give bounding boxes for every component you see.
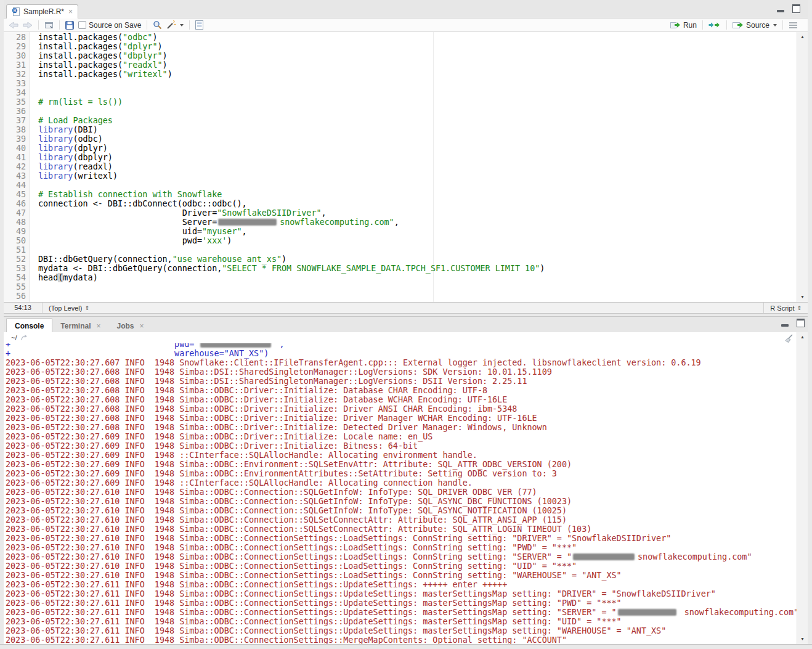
line-number: 40	[4, 144, 30, 153]
redaction-blur	[218, 219, 277, 226]
code-line-33[interactable]: 33	[4, 79, 797, 88]
code-line-30[interactable]: 30install.packages("dbplyr")	[4, 51, 797, 60]
chevron-down-icon[interactable]	[773, 24, 777, 27]
console-log-line: 2023-06-05T22:30:27.610 INFO 1948 Simba:…	[6, 488, 797, 497]
line-number: 36	[4, 107, 30, 116]
console-log-line: 2023-06-05T22:30:27.611 INFO 1948 Simba:…	[6, 617, 797, 626]
tab-console[interactable]: Console	[6, 318, 52, 333]
line-number: 38	[4, 125, 30, 134]
line-number: 29	[4, 42, 30, 51]
editor-statusbar: 54:13 (Top Level) ⇕ R Script ⇕	[4, 302, 808, 314]
maximize-pane-icon[interactable]	[797, 319, 805, 327]
console-log-line: 2023-06-05T22:30:27.611 INFO 1948 Simba:…	[6, 589, 797, 598]
code-line-36[interactable]: 36	[4, 107, 797, 116]
console-log-line: 2023-06-05T22:30:27.611 INFO 1948 Simba:…	[6, 608, 797, 617]
console-output[interactable]: + pwd="",+ warehouse="ANT_XS")2023-06-05…	[4, 343, 797, 644]
scope-selector[interactable]: (Top Level) ⇕	[43, 304, 89, 312]
code-line-32[interactable]: 32install.packages("writexl")	[4, 70, 797, 79]
code-line-28[interactable]: 28install.packages("odbc")	[4, 33, 797, 42]
console-input-line: + pwd="",	[6, 343, 797, 349]
tab-terminal[interactable]: Terminal ×	[52, 319, 108, 333]
code-line-43[interactable]: 43library(writexl)	[4, 171, 797, 181]
console-partial-line: + pwd="",	[6, 343, 797, 349]
console-scrollbar[interactable]: ▲ ▼	[797, 332, 808, 644]
line-number: 28	[4, 33, 30, 42]
scroll-up-icon[interactable]: ▲	[797, 34, 808, 40]
goto-directory-icon[interactable]	[20, 335, 29, 341]
run-button[interactable]: Run	[670, 21, 697, 30]
code-line-29[interactable]: 29install.packages("dplyr")	[4, 42, 797, 51]
code-tools-button[interactable]	[166, 20, 184, 30]
tab-sampler-r[interactable]: R SampleR.R* ×	[6, 4, 78, 18]
source-editor[interactable]: 28install.packages("odbc")29install.pack…	[4, 32, 808, 302]
code-line-47[interactable]: 47 Driver="SnowflakeDSIIDriver",	[4, 208, 797, 218]
chevron-down-icon[interactable]	[180, 24, 184, 27]
save-icon[interactable]	[65, 21, 74, 30]
code-line-42[interactable]: 42library(readxl)	[4, 162, 797, 171]
code-line-37[interactable]: 37# Load Packages	[4, 116, 797, 125]
code-line-48[interactable]: 48 Server=snowflakecomputing.com",	[4, 218, 797, 227]
cursor-position: 54:13	[4, 303, 43, 313]
working-directory[interactable]: ~/	[11, 334, 17, 341]
source-tabbar: R SampleR.R* ×	[4, 0, 808, 18]
close-icon[interactable]: ×	[140, 322, 144, 330]
tab-title: SampleR.R*	[23, 7, 64, 16]
forward-icon[interactable]	[23, 22, 33, 29]
source-button[interactable]: Source	[733, 21, 777, 30]
minimize-pane-icon[interactable]	[777, 6, 785, 13]
open-in-new-window-icon[interactable]	[44, 21, 54, 29]
close-icon[interactable]: ×	[68, 7, 73, 16]
maximize-pane-icon[interactable]	[792, 4, 800, 13]
code-line-40[interactable]: 40library(dplyr)	[4, 144, 797, 153]
magic-wand-icon	[166, 20, 176, 30]
console-log-line: 2023-06-05T22:30:27.609 INFO 1948 Simba:…	[6, 432, 797, 441]
console-tabbar: Console Terminal × Jobs ×	[4, 316, 808, 333]
file-type-selector[interactable]: R Script ⇕	[763, 303, 808, 313]
line-number: 39	[4, 134, 30, 144]
close-icon[interactable]: ×	[96, 322, 100, 330]
find-icon[interactable]	[153, 20, 162, 30]
code-line-53[interactable]: 53mydata <- DBI::dbGetQuery(connection,"…	[4, 264, 797, 273]
code-line-34[interactable]: 34	[4, 88, 797, 97]
code-line-54[interactable]: 54head(mydata)	[4, 273, 797, 282]
console-log-line: 2023-06-05T22:30:27.611 INFO 1948 Simba:…	[6, 598, 797, 608]
line-number: 54	[4, 273, 30, 282]
code-line-35[interactable]: 35# rm(list = ls())	[4, 97, 797, 107]
scroll-down-icon[interactable]: ▼	[797, 636, 808, 642]
code-line-39[interactable]: 39library(odbc)	[4, 134, 797, 144]
tab-jobs[interactable]: Jobs ×	[108, 319, 152, 333]
console-log-line: 2023-06-05T22:30:27.608 INFO 1948 Simba:…	[6, 395, 797, 404]
minimize-pane-icon[interactable]	[781, 320, 789, 327]
console-log-line: 2023-06-05T22:30:27.611 INFO 1948 Simba:…	[6, 580, 797, 589]
code-line-52[interactable]: 52DBI::dbGetQuery(connection,"use wareho…	[4, 255, 797, 264]
rerun-icon[interactable]	[708, 22, 721, 28]
code-line-45[interactable]: 45# Establish connection with Snowflake	[4, 190, 797, 199]
back-icon[interactable]	[9, 22, 18, 29]
updown-arrows-icon: ⇕	[84, 305, 89, 311]
code-line-56[interactable]: 56	[4, 292, 797, 301]
editor-scrollbar[interactable]: ▲ ▼	[797, 32, 808, 302]
console-log-line: 2023-06-05T22:30:27.610 INFO 1948 Simba:…	[6, 543, 797, 552]
console-log-line: 2023-06-05T22:30:27.611 INFO 1948 Simba:…	[6, 635, 797, 644]
code-line-31[interactable]: 31install.packages("readxl")	[4, 60, 797, 70]
code-line-50[interactable]: 50 pwd='xxx')	[4, 236, 797, 245]
document-outline-icon[interactable]	[789, 22, 798, 29]
scroll-up-icon[interactable]: ▲	[797, 334, 808, 340]
code-line-38[interactable]: 38library(DBI)	[4, 125, 797, 134]
clear-console-icon[interactable]	[784, 334, 794, 343]
code-line-44[interactable]: 44	[4, 181, 797, 190]
source-on-save-checkbox[interactable]	[78, 21, 86, 29]
scroll-down-icon[interactable]: ▼	[797, 294, 808, 300]
code-line-55[interactable]: 55	[4, 282, 797, 292]
code-line-49[interactable]: 49 uid="myuser",	[4, 227, 797, 236]
code-line-46[interactable]: 46connection <- DBI::dbConnect(odbc::odb…	[4, 199, 797, 208]
code-line-51[interactable]: 51	[4, 245, 797, 255]
line-number: 56	[4, 292, 30, 301]
source-on-save-toggle[interactable]: Source on Save	[78, 21, 141, 30]
source-on-save-label: Source on Save	[89, 21, 141, 30]
console-panel: ~/ + pwd="",+ warehouse="ANT_XS")2023-06…	[4, 332, 808, 644]
line-number: 51	[4, 245, 30, 255]
compile-report-icon[interactable]	[195, 20, 203, 30]
console-log-line: 2023-06-05T22:30:27.607 INFO 1948 Snowfl…	[6, 358, 797, 367]
code-line-41[interactable]: 41library(dbplyr)	[4, 153, 797, 162]
